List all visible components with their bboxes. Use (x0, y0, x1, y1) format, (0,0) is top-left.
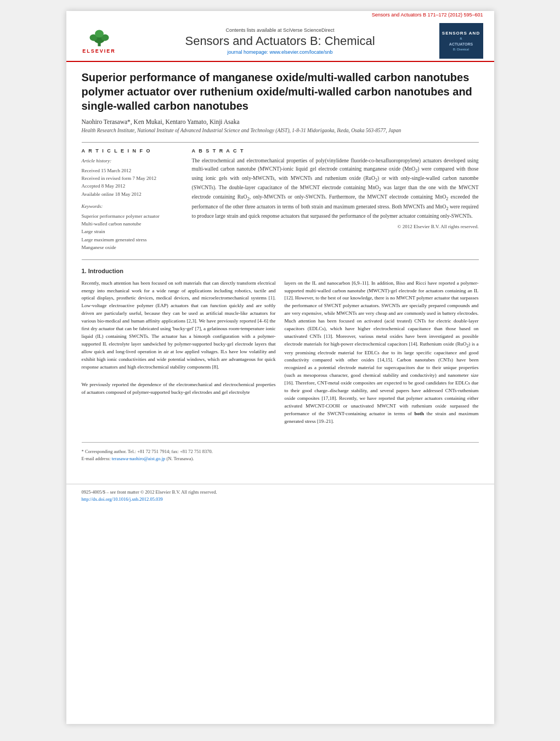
copyright-text: © 2012 Elsevier B.V. All rights reserved… (192, 224, 479, 229)
sensors-logo: SENSORS AND & ACTUATORS B: Chemical (439, 23, 483, 59)
footnote-star: * Corresponding author. Tel.: +81 72 751… (82, 448, 479, 455)
revised-date: Received in revised form 7 May 2012 (82, 174, 183, 182)
body-para3: layers on the IL and nanocarbon [6,9–11]… (285, 280, 479, 426)
journal-ref: Sensors and Actuators B 171–172 (2012) 5… (372, 12, 483, 18)
affiliation-text: Health Research Institute, National Inst… (82, 127, 479, 134)
page-footer: 0925-4005/$ – see front matter © 2012 El… (66, 484, 494, 507)
received-date: Received 15 March 2012 (82, 167, 183, 174)
footnote-star-text: * Corresponding author. Tel.: +81 72 751… (82, 449, 213, 454)
authors-line: Naohiro Terasawa*, Ken Mukai, Kentaro Ya… (82, 118, 479, 125)
abstract-text: The electrochemical and electromechanica… (192, 157, 479, 220)
section1-heading-text: 1. Introduction (82, 268, 123, 274)
journal-name: Sensors and Actuators B: Chemical (121, 34, 439, 48)
section1-heading: 1. Introduction (82, 268, 479, 274)
article-title: Superior performance of manganese oxide/… (82, 70, 479, 113)
history-label: Article history: (82, 157, 183, 165)
body-two-col: Recently, much attention has been focuse… (82, 280, 479, 426)
keyword-2: Multi-walled carbon nanotube (82, 220, 183, 228)
journal-homepage: journal homepage: www.elsevier.com/locat… (121, 49, 439, 55)
keywords-label: Keywords: (82, 202, 183, 210)
journal-header: ELSEVIER Contents lists available at Sci… (66, 19, 494, 62)
body-para2: We previously reported the dependence of… (82, 381, 276, 397)
accepted-date: Accepted 8 May 2012 (82, 182, 183, 190)
footer-doi: http://dx.doi.org/10.1016/j.snb.2012.05.… (82, 496, 479, 503)
logo-top-text: SENSORS AND (442, 31, 480, 36)
article-page: Sensors and Actuators B 171–172 (2012) 5… (66, 11, 494, 724)
abstract-label: A B S T R A C T (192, 148, 479, 154)
homepage-url: www.elsevier.com/locate/snb (270, 49, 333, 55)
contents-text: Contents lists available at SciVerse Sci… (225, 27, 334, 33)
elsevier-wordmark: ELSEVIER (82, 48, 116, 54)
footer-issn: 0925-4005/$ – see front matter © 2012 El… (82, 489, 479, 496)
section-divider (82, 259, 479, 260)
abstract-col: A B S T R A C T The electrochemical and … (192, 148, 479, 251)
keyword-3: Large strain (82, 228, 183, 235)
authors-text: Naohiro Terasawa*, Ken Mukai, Kentaro Ya… (82, 118, 240, 125)
keyword-5: Manganese oxide (82, 244, 183, 251)
body-col-left: Recently, much attention has been focuse… (82, 280, 276, 426)
elsevier-logo: ELSEVIER (77, 27, 121, 55)
keywords-list: Superior performance polymer actuator Mu… (82, 212, 183, 252)
contents-line: Contents lists available at SciVerse Sci… (121, 27, 439, 33)
journal-title-block: Contents lists available at SciVerse Sci… (121, 27, 439, 55)
elsevier-tree-icon (83, 28, 116, 47)
footnote-name: (N. Terasawa). (166, 456, 194, 461)
article-info-abstract-section: A R T I C L E I N F O Article history: R… (82, 142, 479, 251)
article-info-col: A R T I C L E I N F O Article history: R… (82, 148, 183, 251)
article-info-block: Article history: Received 15 March 2012 … (82, 157, 183, 251)
footer-divider (82, 442, 479, 443)
keyword-4: Large maximum generated stress (82, 236, 183, 244)
footnote-email: terasawa-naohiro@aist.go.jp (112, 456, 166, 461)
keyword-1: Superior performance polymer actuator (82, 212, 183, 220)
body-para1: Recently, much attention has been focuse… (82, 280, 276, 371)
svg-point-4 (95, 30, 104, 38)
footnote-email-line: E-mail address: terasawa-naohiro@aist.go… (82, 455, 479, 462)
article-ref-line: Sensors and Actuators B 171–172 (2012) 5… (66, 11, 494, 19)
homepage-label: journal homepage: (227, 49, 268, 55)
article-content: Superior performance of manganese oxide/… (66, 62, 494, 473)
online-date: Available online 18 May 2012 (82, 190, 183, 198)
body-col-right: layers on the IL and nanocarbon [6,9–11]… (285, 280, 479, 426)
article-info-label: A R T I C L E I N F O (82, 148, 183, 154)
footnote-email-label: E-mail address: (82, 456, 111, 461)
logo-bottom-text: ACTUATORS (449, 42, 473, 47)
